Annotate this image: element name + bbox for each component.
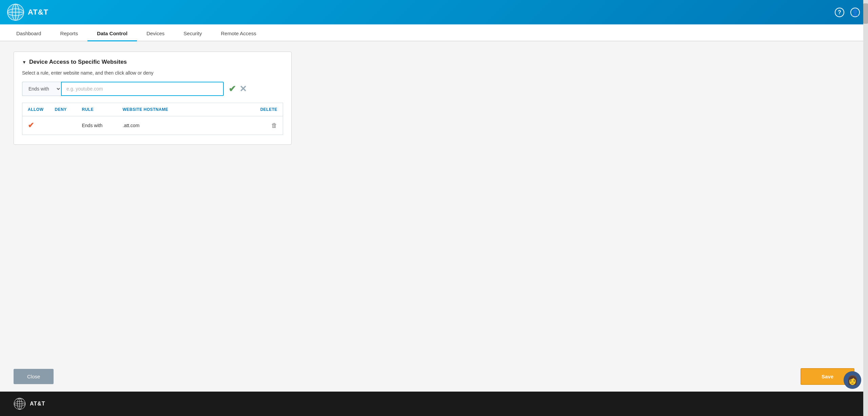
table-cell-deny	[50, 116, 77, 135]
header-actions: ? 👤	[833, 6, 861, 19]
col-header-rule: RULE	[77, 103, 117, 116]
table-header-row: ALLOW DENY RULE WEBSITE HOSTNAME DELETE	[22, 103, 283, 116]
section-card: ▼ Device Access to Specific Websites Sel…	[14, 52, 292, 145]
rule-dropdown[interactable]: Ends with Contains Starts with Equals	[22, 82, 61, 96]
scrollbar[interactable]	[863, 0, 868, 416]
user-icon: 👤	[850, 7, 860, 17]
rules-table: ALLOW DENY RULE WEBSITE HOSTNAME DELETE …	[22, 103, 283, 135]
delete-row-button[interactable]: 🗑	[271, 122, 277, 129]
main-content: ▼ Device Access to Specific Websites Sel…	[0, 41, 868, 361]
help-button[interactable]: ?	[833, 6, 846, 19]
scrollbar-thumb[interactable]	[863, 3, 868, 24]
footer-att-globe-icon	[14, 398, 26, 410]
chat-avatar-icon: 👩	[847, 375, 858, 385]
att-globe-icon	[7, 3, 24, 21]
filter-row: Ends with Contains Starts with Equals ✔ …	[22, 82, 283, 96]
nav-bar: Dashboard Reports Data Control Devices S…	[0, 24, 868, 41]
section-subtitle: Select a rule, enter website name, and t…	[22, 70, 283, 76]
table-cell-allow: ✔	[22, 116, 50, 135]
nav-item-remote-access[interactable]: Remote Access	[211, 26, 265, 41]
col-header-deny: DENY	[50, 103, 77, 116]
nav-item-reports[interactable]: Reports	[51, 26, 87, 41]
nav-item-security[interactable]: Security	[174, 26, 211, 41]
table-cell-rule: Ends with	[77, 116, 117, 135]
close-button[interactable]: Close	[14, 369, 54, 384]
col-header-delete: DELETE	[255, 103, 283, 116]
allow-check-icon: ✔	[28, 121, 34, 130]
col-header-hostname: WEBSITE HOSTNAME	[117, 103, 255, 116]
user-button[interactable]: 👤	[849, 6, 861, 18]
brand-name: AT&T	[28, 8, 48, 17]
collapse-arrow-icon[interactable]: ▼	[22, 60, 26, 65]
nav-item-data-control[interactable]: Data Control	[87, 26, 137, 41]
bottom-bar: Close Save	[0, 361, 868, 392]
brand-logo: AT&T	[7, 3, 48, 21]
table-cell-hostname: .att.com	[117, 116, 255, 135]
chat-bubble-button[interactable]: 👩	[844, 371, 861, 389]
nav-item-devices[interactable]: Devices	[137, 26, 174, 41]
filter-action-buttons: ✔ ✕	[229, 84, 247, 94]
nav-item-dashboard[interactable]: Dashboard	[7, 26, 51, 41]
app-header: AT&T ? 👤	[0, 0, 868, 24]
section-title: ▼ Device Access to Specific Websites	[22, 59, 283, 65]
confirm-button[interactable]: ✔	[229, 84, 236, 94]
website-input[interactable]	[61, 82, 224, 96]
col-header-allow: ALLOW	[22, 103, 50, 116]
cancel-button[interactable]: ✕	[239, 84, 247, 94]
table-row: ✔ Ends with .att.com 🗑	[22, 116, 283, 135]
app-footer: AT&T	[0, 392, 868, 416]
help-icon: ?	[835, 8, 844, 17]
table-cell-delete: 🗑	[255, 116, 283, 135]
footer-brand-name: AT&T	[30, 401, 45, 407]
